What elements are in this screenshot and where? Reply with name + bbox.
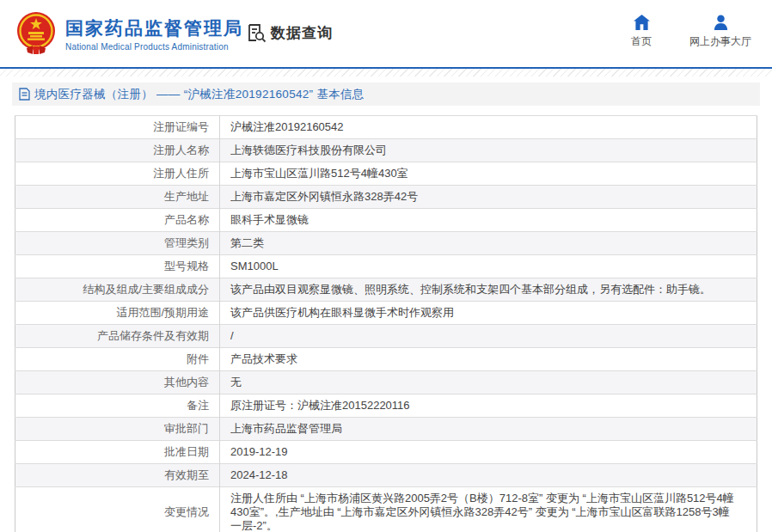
field-value: 无: [220, 371, 757, 394]
field-label: 备注: [15, 394, 220, 418]
nav-service-hall-label: 网上办事大厅: [689, 34, 751, 49]
field-label: 适用范围/预期用途: [15, 302, 220, 325]
field-label: 注册人名称: [15, 139, 220, 162]
field-value: 上海市宝山区蕰川路512号4幢430室: [220, 162, 757, 186]
table-row: 产品名称 眼科手术显微镜: [15, 209, 757, 232]
field-label: 产品名称: [15, 209, 220, 232]
nav-service-hall[interactable]: 网上办事大厅: [689, 15, 751, 49]
table-row: 有效期至 2024-12-18: [15, 464, 757, 487]
table-row: 注册人名称 上海轶德医疗科技股份有限公司: [15, 139, 757, 162]
field-label: 产品储存条件及有效期: [15, 325, 220, 348]
field-label: 变更情况: [15, 487, 220, 532]
table-row: 管理类别 第二类: [15, 232, 757, 255]
field-label: 结构及组成/主要组成成分: [15, 278, 220, 302]
table-row: 适用范围/预期用途 该产品供医疗机构在眼科显微手术时作观察用: [15, 302, 757, 325]
field-label: 生产地址: [15, 186, 220, 209]
document-icon: [19, 88, 30, 101]
org-title-cn: 国家药品监督管理局: [65, 17, 243, 40]
table-row: 注册人住所 上海市宝山区蕰川路512号4幢430室: [15, 162, 757, 186]
field-label: 注册证编号: [15, 116, 220, 139]
user-icon: [713, 15, 729, 30]
data-query-label: 数据查询: [271, 23, 333, 43]
field-value: 产品技术要求: [220, 348, 757, 371]
table-row: 备注 原注册证号：沪械注准20152220116: [15, 394, 757, 418]
field-value: 注册人住所由 “上海市杨浦区黄兴路2005弄2号（B楼）712-8室” 变更为 …: [220, 487, 757, 532]
field-label: 型号规格: [15, 255, 220, 278]
nav-home[interactable]: 首页: [631, 15, 652, 49]
field-label: 批准日期: [15, 441, 220, 464]
field-value: 上海市嘉定区外冈镇恒永路328弄42号: [220, 186, 757, 209]
table-row: 附件 产品技术要求: [15, 348, 757, 371]
field-value: 上海市药品监督管理局: [220, 418, 757, 441]
site-header: 国家药品监督管理局 National Medical Products Admi…: [0, 0, 772, 67]
breadcrumb-title: 境内医疗器械（注册） —— “沪械注准20192160542” 基本信息: [34, 87, 365, 102]
field-value: 眼科手术显微镜: [220, 209, 757, 232]
table-row: 结构及组成/主要组成成分 该产品由双目观察显微镜、照明系统、控制系统和支架四个基…: [15, 278, 757, 302]
table-row: 审批部门 上海市药品监督管理局: [15, 418, 757, 441]
field-value: 上海轶德医疗科技股份有限公司: [220, 139, 757, 162]
table-row: 生产地址 上海市嘉定区外冈镇恒永路328弄42号: [15, 186, 757, 209]
field-value: /: [220, 325, 757, 348]
org-title-en: National Medical Products Administration: [65, 42, 243, 52]
field-label: 审批部门: [15, 418, 220, 441]
table-row: 批准日期 2019-12-19: [15, 441, 757, 464]
table-row: 产品储存条件及有效期 /: [15, 325, 757, 348]
national-emblem-icon: [15, 11, 57, 58]
field-value: 2024-12-18: [220, 464, 757, 487]
home-icon: [634, 15, 650, 30]
field-label: 有效期至: [15, 464, 220, 487]
table-row: 型号规格 SM1000L: [15, 255, 757, 278]
field-label: 管理类别: [15, 232, 220, 255]
field-value: 原注册证号：沪械注准20152220116: [220, 394, 757, 418]
breadcrumb: 境内医疗器械（注册） —— “沪械注准20192160542” 基本信息: [12, 83, 760, 106]
table-row: 注册证编号 沪械注准20192160542: [15, 116, 757, 139]
field-value: 沪械注准20192160542: [220, 116, 757, 139]
registration-info-table: 注册证编号 沪械注准20192160542 注册人名称 上海轶德医疗科技股份有限…: [15, 115, 757, 532]
site-logo[interactable]: 国家药品监督管理局 National Medical Products Admi…: [15, 10, 282, 58]
field-label: 附件: [15, 348, 220, 371]
org-titles: 国家药品监督管理局 National Medical Products Admi…: [65, 17, 243, 52]
table-row: 变更情况 注册人住所由 “上海市杨浦区黄兴路2005弄2号（B楼）712-8室”…: [15, 487, 757, 532]
field-value: 该产品供医疗机构在眼科显微手术时作观察用: [220, 302, 757, 325]
field-value: 2019-12-19: [220, 441, 757, 464]
nav-home-label: 首页: [631, 34, 652, 49]
data-query-link[interactable]: 数据查询: [246, 22, 333, 43]
field-label: 注册人住所: [15, 162, 220, 186]
top-navigation: 首页 网上办事大厅: [631, 15, 751, 49]
field-value: 该产品由双目观察显微镜、照明系统、控制系统和支架四个基本部分组成，另有选配件：助…: [220, 278, 757, 302]
table-row: 其他内容 无: [15, 371, 757, 394]
field-value: 第二类: [220, 232, 757, 255]
field-label: 其他内容: [15, 371, 220, 394]
document-search-icon: [246, 22, 267, 43]
field-value: SM1000L: [220, 255, 757, 278]
hatch-stripe-band: [0, 69, 772, 76]
